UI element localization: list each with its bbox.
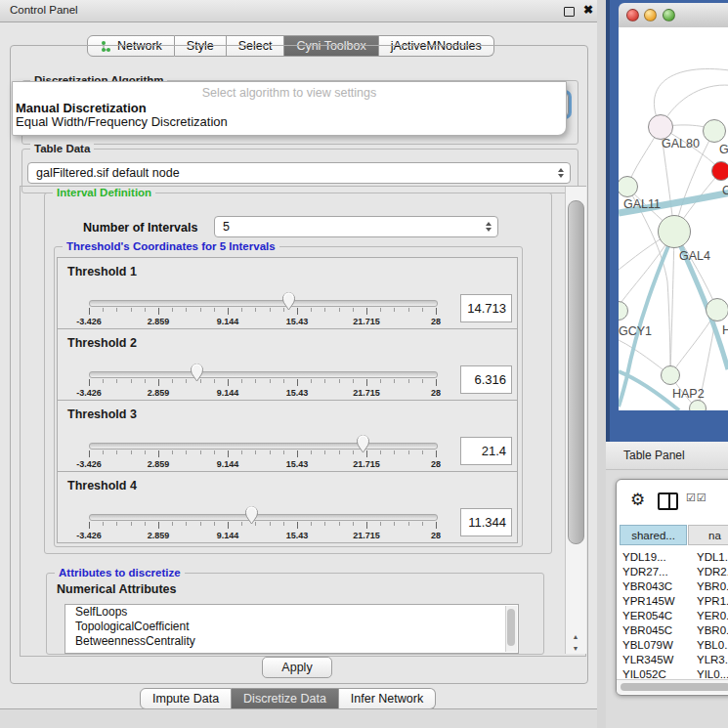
float-panel-icon[interactable] (564, 7, 575, 17)
slider-tick (158, 522, 159, 529)
tab-infer-network[interactable]: Infer Network (339, 688, 436, 709)
slider-tick (103, 308, 104, 312)
slider-thumb[interactable] (280, 290, 297, 311)
slider-tick (422, 522, 423, 526)
cell-name: YBR0... (697, 580, 728, 592)
attributes-scrollbar-thumb[interactable] (507, 609, 515, 646)
slider-tick (324, 308, 325, 312)
network-node-c[interactable] (711, 161, 728, 181)
threshold-value-field[interactable]: 14.713 (460, 294, 512, 322)
table-row[interactable]: YBR045CYBR0... (617, 624, 728, 639)
tick-label: 15.43 (286, 388, 309, 398)
table-panel-window: ⚙ ☑☑ shared... na YDL19...YDL1...YDR27..… (616, 479, 728, 696)
network-node-ga[interactable] (703, 119, 726, 143)
threshold-value-field[interactable]: 6.316 (460, 365, 512, 394)
cell-name: YBL0... (697, 639, 728, 651)
dropdown-hint: Select algorithm to view settings (13, 86, 566, 100)
table-data-combobox[interactable]: galFiltered.sif default node (27, 162, 571, 184)
slider-tick (103, 522, 104, 526)
slider-tick (103, 379, 104, 383)
slider-tick (339, 450, 340, 454)
slider-tick (255, 450, 256, 454)
threshold-value-field[interactable]: 11.344 (460, 508, 512, 536)
minimize-traffic-light-icon[interactable] (644, 9, 657, 21)
slider-tick (214, 450, 215, 454)
attribute-item[interactable]: SelfLoops (65, 605, 518, 620)
tab-discretize-data[interactable]: Discretize Data (232, 688, 339, 709)
panel-scrollbar-thumb[interactable] (568, 200, 584, 544)
table-row[interactable]: YPR145WYPR1... (617, 595, 728, 610)
slider-track[interactable] (89, 514, 438, 521)
threshold-label: Threshold 4 (67, 479, 137, 492)
slider-tick (89, 522, 90, 529)
network-node-hap2[interactable] (661, 365, 680, 385)
zoom-traffic-light-icon[interactable] (663, 9, 675, 21)
slider-tick (353, 308, 354, 312)
cell-name: YER0... (697, 610, 728, 621)
checkbox-icons[interactable]: ☑☑ (686, 492, 707, 504)
panel-scrollbar-arrows[interactable]: ▲▼ (566, 630, 585, 654)
slider-tick (422, 379, 423, 383)
apply-button[interactable]: Apply (262, 657, 332, 678)
scroll-up-icon[interactable]: ▲ (573, 633, 579, 640)
network-canvas[interactable]: GAL80GACGAL11GAL4GCY1HHAP2 (619, 27, 728, 410)
attributes-scrollbar[interactable] (505, 606, 517, 652)
network-node-gal4[interactable] (658, 215, 691, 248)
slider-tick (131, 308, 132, 312)
table-row[interactable]: YDL19...YDL1... (617, 551, 728, 566)
table-row[interactable]: YER054CYER0... (617, 610, 728, 624)
slider-tick (228, 308, 229, 315)
close-traffic-light-icon[interactable] (626, 9, 639, 21)
threshold-value-field[interactable]: 21.4 (460, 437, 512, 465)
table-row[interactable]: YLR345WYLR3... (617, 654, 728, 668)
attributes-list[interactable]: SelfLoopsTopologicalCoefficientBetweenne… (64, 604, 519, 654)
slider-track[interactable] (89, 443, 438, 450)
screen: Control Panel ✖ NetworkStyleSelectCyni T… (0, 0, 728, 728)
slider-tick (408, 450, 409, 454)
slider-tick (353, 450, 354, 454)
table-row[interactable]: YDR27...YDR2... (617, 566, 728, 580)
slider-track[interactable] (89, 300, 438, 307)
slider-tick (214, 308, 215, 312)
column-header-shared-name[interactable]: shared... (620, 525, 687, 545)
slider-tick (131, 522, 132, 526)
table-hscrollbar-track[interactable] (617, 679, 728, 694)
tick-label: 28 (431, 388, 441, 398)
column-header-name[interactable]: na (688, 525, 728, 545)
slider-tick (241, 308, 242, 312)
tab-impute-data[interactable]: Impute Data (140, 688, 232, 709)
num-intervals-value: 5 (223, 220, 230, 234)
slider-thumb[interactable] (189, 362, 205, 382)
slider-thumb[interactable] (243, 504, 260, 525)
dropdown-option-1[interactable]: Manual Discretization (16, 101, 147, 115)
slider-thumb[interactable] (355, 433, 371, 453)
thresholds-group-title: Threshold's Coordinates for 5 Intervals (63, 240, 279, 252)
table-hscrollbar-thumb[interactable] (621, 683, 728, 691)
dropdown-option-2[interactable]: Equal Width/Frequency Discretization (16, 114, 228, 129)
slider-tick (283, 522, 284, 526)
tick-label: 21.715 (353, 317, 380, 326)
scroll-down-icon[interactable]: ▼ (573, 645, 579, 652)
num-intervals-combobox[interactable]: 5 (214, 216, 498, 237)
network-window-titlebar[interactable] (619, 3, 728, 28)
cell-shared-name: YPR145W (622, 595, 675, 607)
network-node[interactable] (689, 400, 707, 410)
gear-icon[interactable]: ⚙ (630, 490, 645, 510)
table-row[interactable]: YBL079WYBL0... (617, 639, 728, 654)
attribute-item[interactable]: TopologicalCoefficient (65, 620, 518, 634)
columns-icon[interactable] (658, 492, 678, 510)
table-row[interactable]: YBR043CYBR0... (617, 580, 728, 595)
slider-tick (324, 379, 325, 383)
table-row[interactable]: YIL052CYIL0... (617, 668, 728, 679)
slider-tick (408, 379, 409, 383)
slider-tick (241, 522, 242, 526)
slider-track[interactable] (89, 371, 438, 378)
slider-tick (116, 522, 117, 526)
panel-splitter[interactable] (597, 0, 606, 728)
close-icon[interactable]: ✖ (583, 3, 593, 17)
network-node-h[interactable] (706, 298, 728, 321)
interval-definition-title: Interval Definition (53, 187, 155, 198)
attribute-item[interactable]: BetweennessCentrality (65, 634, 518, 649)
table-panel-title: Table Panel (623, 449, 685, 462)
cell-name: YBR0... (697, 624, 728, 636)
